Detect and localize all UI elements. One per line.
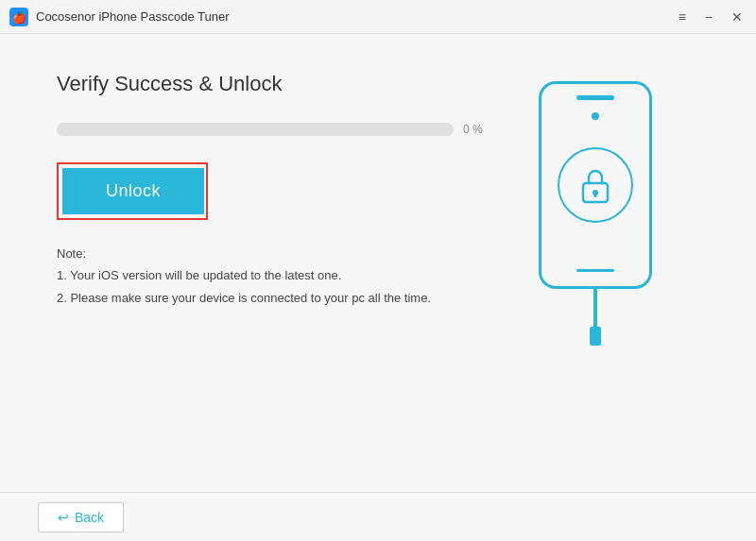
app-title: Cocosenor iPhone Passcode Tuner (36, 9, 675, 24)
cable-line (593, 289, 597, 327)
lock-icon (576, 164, 614, 206)
progress-container: 0 % (57, 123, 491, 136)
lock-circle (558, 147, 633, 223)
back-arrow-icon: ↩ (58, 510, 69, 525)
close-button[interactable]: ✕ (728, 8, 747, 25)
unlock-button-wrapper: Unlock (57, 162, 208, 220)
note-item-1: 1. Your iOS version will be updated to t… (57, 266, 491, 285)
app-icon: 🍎 (9, 8, 28, 26)
note-item-2: 2. Please make sure your device is conne… (57, 289, 491, 308)
svg-text:🍎: 🍎 (12, 10, 26, 25)
iphone-dot (592, 112, 599, 120)
right-panel (491, 72, 699, 473)
minimize-button[interactable]: − (701, 8, 716, 25)
left-panel: Verify Success & Unlock 0 % Unlock Note:… (57, 72, 491, 473)
window-controls: ≡ − ✕ (675, 8, 747, 25)
back-button[interactable]: ↩ Back (38, 502, 124, 533)
iphone-top-bar (576, 95, 614, 100)
content-wrapper: Verify Success & Unlock 0 % Unlock Note:… (57, 72, 699, 473)
iphone-illustration (515, 81, 676, 346)
unlock-button[interactable]: Unlock (62, 168, 204, 214)
progress-label: 0 % (463, 123, 491, 136)
back-label: Back (75, 510, 104, 525)
iphone-body (539, 81, 652, 289)
iphone-bottom-line (576, 269, 614, 272)
progress-track (57, 123, 454, 136)
menu-button[interactable]: ≡ (675, 8, 690, 25)
cable-plug (590, 327, 601, 346)
notes-section: Note: 1. Your iOS version will be update… (57, 246, 491, 311)
iphone-cable (590, 289, 601, 346)
page-heading: Verify Success & Unlock (57, 72, 491, 96)
bottom-bar: ↩ Back (0, 492, 756, 541)
title-bar: 🍎 Cocosenor iPhone Passcode Tuner ≡ − ✕ (0, 0, 756, 34)
svg-rect-4 (594, 193, 597, 197)
note-title: Note: (57, 246, 491, 261)
main-content: Verify Success & Unlock 0 % Unlock Note:… (0, 34, 756, 492)
